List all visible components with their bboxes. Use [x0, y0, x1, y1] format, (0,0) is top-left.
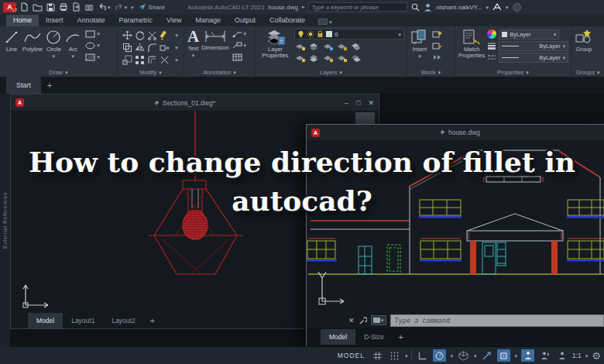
- chevron-down-icon[interactable]: ▾: [244, 31, 247, 36]
- house-window-titlebar[interactable]: A house.dwg: [307, 125, 604, 140]
- undo-button[interactable]: ▾: [98, 2, 111, 12]
- polyline-tool[interactable]: Polyline: [22, 29, 43, 67]
- tab-collaborate[interactable]: Collaborate: [263, 15, 312, 26]
- signed-in-user[interactable]: nishant.naikVY...: [436, 4, 482, 11]
- pin-icon[interactable]: [439, 129, 445, 136]
- user-avatar-icon[interactable]: [424, 3, 432, 12]
- command-input-bar[interactable]: [390, 314, 604, 327]
- edit-block-tool[interactable]: [431, 40, 443, 50]
- text-tool[interactable]: A Text ▾: [187, 29, 199, 67]
- annotation-scale-value[interactable]: 1:1: [572, 352, 582, 359]
- new-layout-button[interactable]: +: [393, 332, 410, 342]
- layer-previous-tool[interactable]: [308, 53, 320, 64]
- open-folder-icon[interactable]: [33, 3, 43, 12]
- layer-off-tool[interactable]: [294, 42, 306, 52]
- insert-dropdown-icon[interactable]: ▾: [418, 53, 421, 59]
- plot-printer-icon[interactable]: [59, 3, 68, 12]
- command-close-icon[interactable]: ✕: [348, 317, 355, 325]
- color-wheel-icon[interactable]: [487, 29, 496, 39]
- text-dropdown-icon[interactable]: ▾: [192, 53, 195, 58]
- external-references-palette[interactable]: External References: [0, 94, 10, 347]
- tab-manage[interactable]: Manage: [188, 15, 228, 26]
- layer-dropdown[interactable]: 0 ▾: [294, 29, 404, 39]
- array-tool[interactable]: [133, 53, 146, 66]
- new-layout-button[interactable]: +: [144, 313, 161, 328]
- autodesk-dropdown-icon[interactable]: ▾: [506, 5, 509, 10]
- snap-dropdown-icon[interactable]: ▾: [405, 353, 408, 359]
- linetype-icon[interactable]: [487, 53, 496, 61]
- chevron-down-icon[interactable]: ▾: [244, 43, 247, 48]
- trim-tool[interactable]: [146, 29, 158, 41]
- search-box[interactable]: [308, 2, 407, 12]
- layer-unlock-tool[interactable]: [336, 53, 348, 64]
- share-button[interactable]: Share: [138, 3, 165, 11]
- create-block-tool[interactable]: [431, 29, 443, 39]
- model-tab[interactable]: Model: [321, 329, 355, 345]
- grid-display-toggle[interactable]: [371, 349, 384, 362]
- scale-tool[interactable]: [121, 53, 133, 66]
- osnap-dropdown-icon[interactable]: ▾: [514, 353, 517, 359]
- copy-tool[interactable]: [121, 41, 133, 53]
- layer-match-tool[interactable]: [350, 42, 362, 52]
- chevron-down-icon[interactable]: ▾: [170, 29, 183, 41]
- draw-panel-label[interactable]: Draw▾: [0, 67, 117, 77]
- recent-commands-button[interactable]: ▾: [371, 315, 386, 325]
- offset-tool[interactable]: [146, 53, 158, 66]
- autocad-logo-button[interactable]: A LT: [3, 2, 16, 12]
- annotation-scale-icon[interactable]: [555, 349, 568, 362]
- save-icon[interactable]: [46, 3, 55, 12]
- chevron-down-icon[interactable]: ▾: [97, 43, 100, 48]
- object-snap-tracking-toggle[interactable]: [480, 349, 493, 362]
- block-panel-label[interactable]: Block▾: [407, 67, 455, 77]
- layer-make-current-tool[interactable]: [294, 53, 306, 64]
- tab-output[interactable]: Output: [228, 15, 263, 26]
- mleader-tool[interactable]: ▾: [232, 40, 247, 50]
- layer-freeze-tool[interactable]: [322, 42, 334, 52]
- user-dropdown-icon[interactable]: ▾: [486, 5, 489, 10]
- tab-parametric[interactable]: Parametric: [112, 15, 160, 26]
- match-properties-tool[interactable]: Match Properties: [458, 29, 485, 67]
- insert-block-tool[interactable]: Insert ▾: [410, 29, 429, 67]
- sections-window-titlebar[interactable]: A Sections_01.dwg* – □ ✕: [11, 94, 379, 111]
- help-circle-icon[interactable]: [513, 3, 521, 12]
- layer-merge-tool[interactable]: [350, 53, 362, 64]
- annotation-visibility-toggle[interactable]: [521, 349, 534, 362]
- dimension-tool[interactable]: Dimension: [201, 29, 228, 67]
- block-attributes-tool[interactable]: [431, 52, 443, 62]
- tab-view[interactable]: View: [160, 15, 188, 26]
- autoscale-annotation-toggle[interactable]: [538, 349, 551, 362]
- properties-panel-label[interactable]: Properties▾: [455, 67, 571, 77]
- qat-overflow-icon[interactable]: ▾: [131, 5, 134, 10]
- arc-tool[interactable]: Arc ▾: [64, 29, 81, 67]
- isometric-dropdown-icon[interactable]: ▾: [474, 353, 477, 359]
- layout1-tab[interactable]: Layout1: [63, 313, 103, 328]
- chevron-down-icon[interactable]: ▾: [170, 53, 183, 66]
- autodesk-logo-icon[interactable]: [492, 3, 502, 11]
- hatch-tool[interactable]: ▾: [84, 52, 100, 62]
- layer-isolate-tool[interactable]: [308, 42, 320, 52]
- ortho-mode-toggle[interactable]: [416, 349, 429, 362]
- layer-on-tool[interactable]: [322, 53, 334, 64]
- d-size-tab[interactable]: D-Size: [355, 329, 393, 345]
- layers-panel-label[interactable]: Layers▾: [256, 67, 407, 77]
- layer-dropdown-arrow-icon[interactable]: ▾: [398, 32, 401, 37]
- chevron-down-icon[interactable]: ▾: [97, 54, 100, 60]
- rotate-tool[interactable]: [133, 29, 146, 41]
- customize-wrench-icon[interactable]: [359, 316, 367, 325]
- move-tool[interactable]: [121, 29, 133, 41]
- batch-plot-icon[interactable]: [84, 3, 94, 12]
- customization-gear-icon[interactable]: ⚙: [592, 351, 601, 361]
- command-input[interactable]: [395, 317, 599, 325]
- lineweight-dropdown[interactable]: ByLayer ▾: [499, 41, 568, 51]
- polar-dropdown-icon[interactable]: ▾: [450, 353, 453, 359]
- window-close-button[interactable]: ✕: [368, 99, 374, 107]
- line-tool[interactable]: Line: [3, 29, 20, 67]
- layer-properties-tool[interactable]: Layer Properties: [259, 29, 292, 67]
- erase-tool[interactable]: [158, 29, 170, 41]
- chevron-down-icon[interactable]: ▾: [97, 31, 100, 36]
- polar-tracking-toggle[interactable]: [433, 349, 446, 362]
- leader-tool[interactable]: ▾: [232, 29, 247, 39]
- search-icon[interactable]: [411, 3, 420, 12]
- undo-dropdown-icon[interactable]: ▾: [108, 5, 111, 10]
- export-icon[interactable]: [72, 2, 81, 12]
